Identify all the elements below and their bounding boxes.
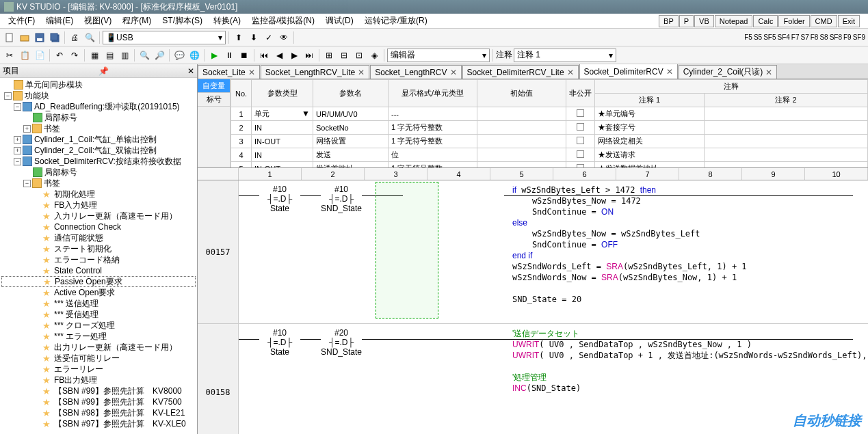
upload-icon[interactable]: ⬆	[232, 31, 246, 44]
editor-tab[interactable]: Socket_DelimiterRCV_Lite✕	[462, 65, 579, 79]
t2-grid2[interactable]: ▤	[103, 49, 116, 62]
menu-monitor[interactable]: 监控器/模拟器(N)	[246, 14, 320, 28]
tree-bookmark[interactable]: −书签	[1, 178, 196, 189]
tree-unit-sync[interactable]: 单元间同步模块	[1, 79, 196, 90]
collapse-icon[interactable]: −	[4, 92, 12, 100]
monitor-icon[interactable]: 👁	[277, 31, 291, 44]
tree-local-label[interactable]: 局部标号	[1, 112, 196, 123]
checkbox[interactable]	[577, 150, 584, 158]
gtab-vars[interactable]: 自变量	[198, 79, 230, 93]
btn-vb[interactable]: VB	[694, 15, 714, 27]
bookmark-item[interactable]: ★送受信可能リレー	[1, 353, 196, 364]
menu-edit[interactable]: 编辑(E)	[40, 14, 79, 28]
bookmark-item[interactable]: ★Active Open要求	[1, 287, 196, 298]
checkbox[interactable]	[577, 164, 584, 167]
contact-2[interactable]: #20 ┤=.D├ SND_State	[321, 328, 362, 357]
bookmark-item[interactable]: ★*** エラー処理	[1, 331, 196, 342]
menu-file[interactable]: 文件(F)	[3, 14, 40, 28]
col-name[interactable]: 参数名	[313, 80, 389, 107]
bookmark-item[interactable]: ★*** クローズ処理	[1, 320, 196, 331]
sf-f8[interactable]: F8	[811, 33, 819, 41]
menu-record[interactable]: 运转记录/重放(R)	[359, 14, 433, 28]
bookmark-item[interactable]: ★【SBN #97】参照先計算 KV-XLE0	[1, 418, 196, 429]
bookmark-item[interactable]: ★初期化処理	[1, 189, 196, 200]
t2-3[interactable]: 📄	[33, 49, 47, 62]
contact-2[interactable]: #10 ┤=.D├ SND_State	[321, 185, 362, 213]
param-table[interactable]: No. 参数类型 参数名 显示格式/单元类型 初始值 非公开 注释 注释 1 注…	[231, 79, 868, 167]
bookmark-item[interactable]: ★FB入力処理	[1, 200, 196, 211]
t2-grid3[interactable]: ▥	[118, 49, 131, 62]
sf-sf8[interactable]: SF8	[830, 33, 842, 41]
menu-convert[interactable]: 转换(A)	[208, 14, 246, 28]
ladder-row[interactable]: 00157 #10 ┤=.D├ State #10 ┤=.D├ SND_Stat…	[198, 180, 868, 324]
tab-close-icon[interactable]: ✕	[248, 68, 255, 77]
new-icon[interactable]	[3, 31, 16, 44]
tree-local-label[interactable]: 局部标号	[1, 167, 196, 178]
t2-b[interactable]: ⊟	[337, 49, 351, 62]
bookmark-item[interactable]: ★Connection Check	[1, 221, 196, 232]
editor-tab[interactable]: Socket_DelimiterRCV✕	[579, 64, 678, 79]
t2-1[interactable]: ✂	[3, 49, 16, 62]
tab-close-icon[interactable]: ✕	[567, 68, 574, 77]
pause-icon[interactable]: ⏸	[222, 49, 236, 62]
checkbox[interactable]	[577, 109, 584, 117]
tree-cyl2[interactable]: +Cylinder_2_Coil:气缸_双输出控制	[1, 145, 196, 156]
print-icon[interactable]: 🖨	[68, 31, 81, 44]
bookmark-item[interactable]: ★出力リレー更新（高速モード用）	[1, 342, 196, 353]
editor-tab[interactable]: Socket_LengthRCV_Lite✕	[261, 65, 369, 79]
bookmark-item[interactable]: ★*** 受信処理	[1, 309, 196, 320]
bookmark-item[interactable]: ★FB出力処理	[1, 375, 196, 385]
t2-2[interactable]: 📋	[18, 49, 31, 62]
tree-cyl1[interactable]: +Cylinder_1_Coil:气缸_单输出控制	[1, 134, 196, 145]
bookmark-item[interactable]: ★入力リレー更新（高速モード用）	[1, 211, 196, 221]
t2-c[interactable]: ⊡	[352, 49, 366, 62]
sf-sf5[interactable]: SF5	[763, 33, 776, 41]
t2-4[interactable]: ↶	[53, 49, 66, 62]
col-c1[interactable]: 注释 1	[595, 94, 705, 107]
open-icon[interactable]	[18, 31, 31, 44]
t2-comment[interactable]: 💬	[172, 49, 186, 62]
bookmark-item[interactable]: ★エラーコード格納	[1, 254, 196, 265]
checkbox[interactable]	[577, 123, 584, 131]
menu-program[interactable]: 程序(M)	[117, 14, 157, 28]
conn-combo[interactable]: 📱 USB▾	[103, 31, 226, 44]
tree-sock-delim[interactable]: −Socket_DelimiterRCV:按结束符接收数据	[1, 156, 196, 167]
collapse-icon[interactable]: −	[14, 158, 21, 165]
sf-sf9[interactable]: SF9	[853, 33, 865, 41]
ladder-row[interactable]: 00158 #10 ┤=.D├ State #20 ┤=.D├ SND_Stat…	[198, 324, 868, 434]
checkbox[interactable]	[577, 137, 584, 144]
bookmark-item[interactable]: ★【SBN #98】参照先計算 KV-LE21	[1, 407, 196, 418]
close-icon[interactable]: ✕	[187, 66, 194, 76]
contact-1[interactable]: #10 ┤=.D├ State	[259, 185, 300, 213]
t2-find
  -6[interactable]: 🔍	[137, 49, 151, 62]
bookmark-item[interactable]: ★【SBN #99】参照先計算 KV8000	[1, 385, 196, 396]
comment-combo[interactable]: 注释 1▾	[514, 49, 616, 62]
bookmark-item[interactable]: ★Passive Open要求	[1, 276, 196, 287]
col-fmt[interactable]: 显示格式/单元类型	[389, 80, 477, 107]
tab-close-icon[interactable]: ✕	[450, 68, 457, 77]
bookmark-item[interactable]: ★通信可能状態	[1, 232, 196, 243]
project-tree[interactable]: 单元间同步模块 −功能块 −AD_ReadBuffering:缓冲读取(2019…	[0, 78, 197, 434]
sf-s7[interactable]: S7	[801, 33, 809, 41]
t2-7[interactable]: 🔎	[153, 49, 166, 62]
t2-a[interactable]: ⊞	[322, 49, 336, 62]
bookmark-item[interactable]: ★【SBN #99】参照先計算 KV7500	[1, 396, 196, 407]
prev-icon[interactable]: ◀	[272, 49, 286, 62]
stop-icon[interactable]: ⏹	[237, 49, 251, 62]
tab-close-icon[interactable]: ✕	[358, 68, 365, 77]
tree-ad-read[interactable]: −AD_ReadBuffering:缓冲读取(20191015)	[1, 101, 196, 112]
btn-notepad[interactable]: Notepad	[715, 15, 753, 27]
sf-f7[interactable]: F7	[791, 33, 800, 41]
gtab-labels[interactable]: 标号	[198, 93, 230, 107]
col-init[interactable]: 初始值	[477, 80, 566, 107]
menu-view[interactable]: 视图(V)	[79, 14, 117, 28]
menu-script[interactable]: ST/脚本(S)	[157, 14, 208, 28]
col-c2[interactable]: 注释 2	[705, 94, 868, 107]
btn-folder[interactable]: Folder	[778, 15, 809, 27]
param-row[interactable]: 3IN-OUT网络设置1 字无符号整数网络设定相关	[231, 135, 868, 148]
sf-f9[interactable]: F9	[843, 33, 852, 41]
bookmark-item[interactable]: ★ステート初期化	[1, 243, 196, 254]
btn-bp[interactable]: BP	[659, 15, 679, 27]
first-icon[interactable]: ⏮	[257, 49, 271, 62]
pin-icon[interactable]: 📌	[98, 66, 109, 76]
